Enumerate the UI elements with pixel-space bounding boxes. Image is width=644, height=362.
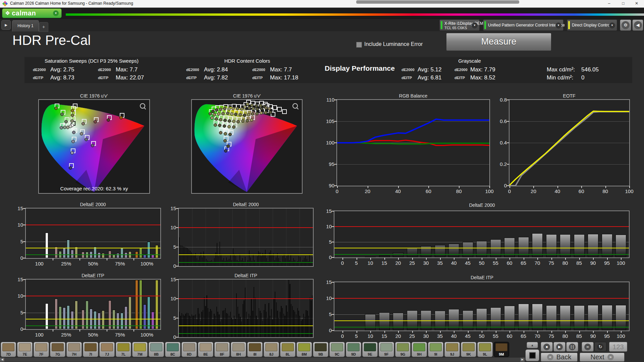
swatch-8I[interactable]: 8I xyxy=(247,342,263,357)
include-luminance-label: Include Luminance Error xyxy=(364,41,423,47)
measure-button[interactable]: Measure xyxy=(446,33,551,51)
swatch-9B[interactable]: 9B xyxy=(313,342,328,357)
sweep-bar xyxy=(102,310,105,329)
measure-bar xyxy=(270,250,271,266)
scroll-right-icon[interactable]: ▶ xyxy=(520,358,525,362)
next-button[interactable]: Next » xyxy=(580,353,625,362)
expand-up-button[interactable]: ▲ xyxy=(527,342,538,348)
single-measure-button[interactable]: [·] xyxy=(566,342,578,352)
swatch-7M[interactable]: 7M xyxy=(132,342,148,357)
measure-bar xyxy=(218,256,219,266)
play-button[interactable]: ▶ xyxy=(553,342,566,352)
pattern-source-dropdown[interactable]: Unified Pattern Generator Control Interf… xyxy=(483,19,564,31)
swatch-label: 7H xyxy=(72,352,76,356)
calman-menu-button[interactable]: ❖ calman ▼ xyxy=(2,8,62,18)
swatch-8F[interactable]: 8F xyxy=(214,342,230,357)
measure-bar xyxy=(245,288,246,337)
swatch-scrollbar[interactable]: ◀ ▶ xyxy=(0,358,525,362)
swatch-8J[interactable]: 8J xyxy=(264,342,279,357)
swatch-8E[interactable]: 8E xyxy=(198,342,213,357)
swatch-9F[interactable]: 9F xyxy=(379,342,394,357)
swatch-8M[interactable]: 8M xyxy=(297,342,312,357)
close-button[interactable]: ✕ xyxy=(630,0,643,7)
magnifier-icon[interactable] xyxy=(140,103,145,109)
measure-bar xyxy=(237,260,238,266)
swatch-9E[interactable]: 9E xyxy=(362,342,378,357)
swatch-9C[interactable]: 9C xyxy=(329,342,345,357)
measured-point xyxy=(72,131,75,134)
measure-bar xyxy=(255,298,256,337)
refresh-button[interactable]: ↻ xyxy=(594,342,606,352)
measured-point xyxy=(227,125,231,128)
swatch-7L[interactable]: 7L xyxy=(116,342,131,357)
display-control-dropdown[interactable]: Direct Display Control ▼ xyxy=(567,19,617,31)
measure-bar xyxy=(300,316,300,337)
magnifier-icon[interactable] xyxy=(292,103,298,109)
swatch-9L[interactable]: 9L xyxy=(477,342,493,357)
add-tab-button[interactable]: + xyxy=(39,22,48,32)
scrollbar-thumb[interactable] xyxy=(356,0,519,4)
measure-bar xyxy=(187,248,188,266)
sweep-bar xyxy=(151,312,154,329)
swatch-7D[interactable]: 7D xyxy=(1,342,16,357)
swatch-9H[interactable]: 9H xyxy=(412,342,427,357)
swatch-8H[interactable]: 8H xyxy=(231,342,246,357)
min-luminance-value: 0 xyxy=(581,74,584,81)
swatch-8D[interactable]: 8D xyxy=(181,342,197,357)
swatch-7H[interactable]: 7H xyxy=(66,342,82,357)
measured-point xyxy=(241,119,245,123)
scroll-left-icon[interactable]: ◀ xyxy=(0,358,4,362)
swatch-color xyxy=(167,343,179,351)
swatch-8B[interactable]: 8B xyxy=(149,342,164,357)
swatch-7I[interactable]: 7I xyxy=(83,342,98,357)
swatch-9J[interactable]: 9J xyxy=(444,342,460,357)
swatch-9G[interactable]: 9G xyxy=(395,342,411,357)
measure-bar xyxy=(311,300,311,337)
maximize-button[interactable]: □ xyxy=(616,0,630,7)
measure-bar xyxy=(205,306,206,337)
measure-bar xyxy=(235,256,236,266)
swatch-7J[interactable]: 7J xyxy=(99,342,115,357)
measure-bar xyxy=(308,316,309,337)
measure-bar xyxy=(207,260,208,266)
swatch-7G[interactable]: 7G xyxy=(50,342,65,357)
measured-point xyxy=(219,131,222,134)
meter-dropdown[interactable]: X-Rite i1Display OEM TCL 65 C6KS ▼ xyxy=(439,19,480,31)
measured-point xyxy=(243,105,247,109)
measure-bar xyxy=(282,256,283,266)
collapse-panel-button[interactable]: ◀ xyxy=(632,19,643,31)
settings-button[interactable]: ⚙ xyxy=(620,19,631,31)
grayscale-bar xyxy=(532,304,543,330)
measure-bar xyxy=(225,261,226,266)
measure-bar xyxy=(204,297,205,337)
measure-bar xyxy=(240,317,240,337)
swatch-9K[interactable]: 9K xyxy=(461,342,476,357)
measure-bar xyxy=(190,316,191,337)
measure-bar xyxy=(239,254,240,266)
sweep-bar xyxy=(124,252,127,258)
swatch-label: 7M xyxy=(137,352,142,356)
stop-button[interactable]: ■ xyxy=(541,342,553,352)
measured-point xyxy=(71,140,75,143)
swatch-color xyxy=(134,343,146,351)
swatch-7F[interactable]: 7F xyxy=(34,342,49,357)
minimize-button[interactable]: – xyxy=(602,0,616,7)
back-button[interactable]: « Back xyxy=(541,353,578,362)
swatch-8C[interactable]: 8C xyxy=(165,342,180,357)
continuous-measure-button[interactable]: ∞ xyxy=(582,342,594,352)
sweep-bar xyxy=(63,248,66,258)
swatch-9M[interactable]: 9M xyxy=(494,342,509,357)
gray-avg-deitp: Avg: 6.81 xyxy=(418,74,442,81)
include-luminance-checkbox[interactable] xyxy=(356,42,362,48)
pattern-window-button[interactable] xyxy=(525,349,539,361)
swatch-9D[interactable]: 9D xyxy=(346,342,361,357)
swatch-9I[interactable]: 9I xyxy=(428,342,443,357)
tab-scroll-arrow[interactable]: ▶ xyxy=(1,20,11,30)
swatch-8L[interactable]: 8L xyxy=(280,342,296,357)
swatch-7E[interactable]: 7E xyxy=(17,342,33,357)
measure-bar xyxy=(250,316,251,337)
swatch-label: 9G xyxy=(400,352,406,356)
tab-history-1[interactable]: History 1 xyxy=(12,20,39,32)
measure-bar xyxy=(205,256,206,266)
swatch-label: 7E xyxy=(22,352,27,356)
